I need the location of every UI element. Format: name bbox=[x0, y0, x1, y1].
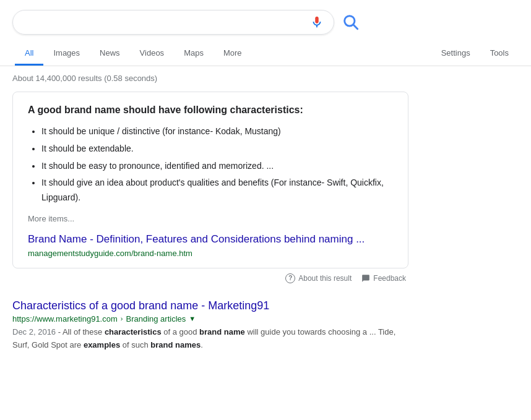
result-url: https://www.marketing91.com bbox=[12, 314, 118, 324]
list-item: It should be extendable. bbox=[41, 142, 393, 156]
tab-videos[interactable]: Videos bbox=[130, 42, 175, 66]
result-title[interactable]: Characteristics of a good brand name - M… bbox=[12, 299, 408, 312]
about-icon: ? bbox=[285, 273, 295, 283]
nav-right: Settings Tools bbox=[431, 42, 519, 66]
search-button[interactable] bbox=[342, 13, 359, 32]
search-bar-row: characteristics of brand name with examp… bbox=[12, 10, 519, 35]
results-stats: About 14,400,000 results (0.58 seconds) bbox=[12, 74, 408, 83]
list-item: It should give an idea about product's q… bbox=[41, 176, 393, 205]
dropdown-icon[interactable]: ▼ bbox=[189, 315, 196, 322]
search-result: Characteristics of a good brand name - M… bbox=[12, 293, 408, 362]
header: characteristics of brand name with examp… bbox=[0, 0, 531, 66]
result-date: Dec 2, 2016 bbox=[12, 327, 56, 336]
results-area: About 14,400,000 results (0.58 seconds) … bbox=[0, 66, 421, 374]
list-item: It should be easy to pronounce, identifi… bbox=[41, 159, 393, 174]
tab-tools[interactable]: Tools bbox=[480, 42, 519, 66]
tab-news[interactable]: News bbox=[90, 42, 130, 66]
feedback-bar: ? About this result Feedback bbox=[12, 268, 408, 286]
breadcrumb-label: Branding articles bbox=[126, 314, 186, 324]
tab-images[interactable]: Images bbox=[43, 42, 90, 66]
feedback-button[interactable]: Feedback bbox=[361, 274, 406, 283]
featured-list: It should be unique / distinctive (for i… bbox=[28, 124, 393, 205]
tab-settings[interactable]: Settings bbox=[431, 42, 480, 66]
tab-all[interactable]: All bbox=[15, 42, 43, 66]
tab-maps[interactable]: Maps bbox=[174, 42, 214, 66]
more-items-link[interactable]: More items... bbox=[28, 214, 393, 223]
about-result-button[interactable]: ? About this result bbox=[285, 273, 352, 283]
tab-more[interactable]: More bbox=[214, 42, 252, 66]
featured-snippet-box: A good brand name should have following … bbox=[12, 92, 408, 268]
mic-icon[interactable] bbox=[310, 15, 324, 29]
result-snippet: Dec 2, 2016 - All of these characteristi… bbox=[12, 326, 408, 352]
search-input[interactable]: characteristics of brand name with examp… bbox=[23, 17, 304, 28]
featured-result-title[interactable]: Brand Name - Definition, Features and Co… bbox=[28, 233, 393, 246]
search-box: characteristics of brand name with examp… bbox=[12, 10, 334, 35]
featured-result-url: managementstudyguide.com/brand-name.htm bbox=[28, 249, 192, 258]
nav-tabs: All Images News Videos Maps More Setting… bbox=[12, 42, 519, 66]
svg-line-1 bbox=[353, 25, 357, 28]
about-result-label: About this result bbox=[298, 274, 352, 283]
list-item: It should be unique / distinctive (for i… bbox=[41, 124, 393, 139]
breadcrumb-arrow-icon: › bbox=[121, 315, 123, 322]
result-url-row: https://www.marketing91.com › Branding a… bbox=[12, 314, 408, 324]
featured-heading: A good brand name should have following … bbox=[28, 105, 393, 116]
feedback-label: Feedback bbox=[373, 274, 406, 283]
